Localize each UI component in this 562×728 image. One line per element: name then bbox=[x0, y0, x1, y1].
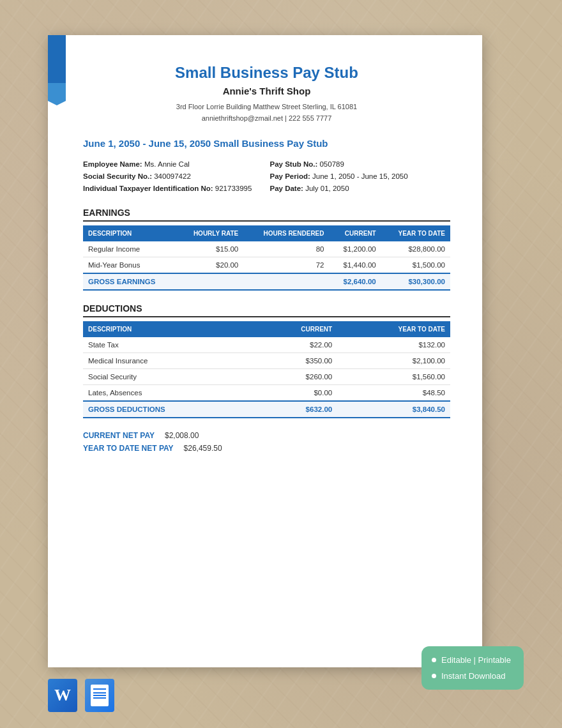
document-content: Small Business Pay Stub Annie's Thrift S… bbox=[48, 35, 482, 472]
ssn-field: Social Security No.: 340097422 bbox=[83, 172, 264, 180]
badge-item-1-label: Editable | Printable bbox=[441, 655, 511, 665]
ded-col-ytd: YEAR TO DATE bbox=[337, 321, 450, 337]
current-net-pay-value: $2,008.00 bbox=[165, 431, 199, 440]
pay-date-field: Pay Date: July 01, 2050 bbox=[270, 185, 451, 192]
row1-current: $1,200.00 bbox=[330, 241, 381, 257]
company-name: Annie's Thrift Shop bbox=[83, 86, 450, 96]
docs-icon-inner bbox=[91, 685, 109, 706]
document-title: Small Business Pay Stub bbox=[83, 64, 450, 82]
itin-label: Individual Taxpayer Identification No: bbox=[83, 185, 213, 192]
row1-hours: 80 bbox=[243, 241, 329, 257]
deductions-title: DEDUCTIONS bbox=[83, 303, 450, 317]
table-row: Regular Income $15.00 80 $1,200.00 $28,8… bbox=[83, 241, 450, 257]
company-contact: anniethriftshop@zmail.net | 222 555 7777 bbox=[202, 114, 332, 122]
gross-earnings-current: $2,640.00 bbox=[330, 273, 381, 290]
pay-period-label: Pay Period: bbox=[270, 172, 310, 180]
earnings-col-description: DESCRIPTION bbox=[83, 225, 177, 241]
bottom-icons bbox=[48, 679, 114, 712]
pay-date-value: July 01, 2050 bbox=[305, 185, 349, 192]
ded-row3-current: $260.00 bbox=[255, 369, 337, 385]
ded-row4-current: $0.00 bbox=[255, 385, 337, 402]
company-street: 3rd Floor Lorrie Building Matthew Street… bbox=[176, 103, 357, 110]
employee-info-grid: Employee Name: Ms. Annie Cal Pay Stub No… bbox=[83, 160, 450, 192]
employee-name-field: Employee Name: Ms. Annie Cal bbox=[83, 160, 264, 168]
ded-row1-desc: State Tax bbox=[83, 337, 255, 353]
ytd-net-pay-label: YEAR TO DATE NET PAY bbox=[83, 444, 174, 453]
badge-item-2: Instant Download bbox=[432, 671, 513, 681]
row2-ytd: $1,500.00 bbox=[381, 257, 450, 274]
earnings-col-hours: HOURS RENDERED bbox=[243, 225, 329, 241]
ded-row3-desc: Social Security bbox=[83, 369, 255, 385]
bookmark-tab bbox=[48, 35, 66, 105]
earnings-title: EARNINGS bbox=[83, 208, 450, 222]
ded-row3-ytd: $1,560.00 bbox=[337, 369, 450, 385]
row2-desc: Mid-Year Bonus bbox=[83, 257, 177, 274]
net-pay-lines: CURRENT NET PAY $2,008.00 YEAR TO DATE N… bbox=[83, 431, 222, 453]
row2-rate: $20.00 bbox=[177, 257, 243, 274]
pay-period-field: Pay Period: June 1, 2050 - June 15, 2050 bbox=[270, 172, 451, 180]
period-title: June 1, 2050 - June 15, 2050 Small Busin… bbox=[83, 138, 450, 149]
document-container: Small Business Pay Stub Annie's Thrift S… bbox=[48, 35, 482, 667]
itin-field: Individual Taxpayer Identification No: 9… bbox=[83, 185, 264, 192]
deductions-header-row: DESCRIPTION CURRENT YEAR TO DATE bbox=[83, 321, 450, 337]
gross-earnings-empty2 bbox=[243, 273, 329, 290]
bookmark-upper bbox=[48, 35, 66, 83]
docs-icon[interactable] bbox=[85, 679, 114, 712]
gross-deductions-row: GROSS DEDUCTIONS $632.00 $3,840.50 bbox=[83, 401, 450, 418]
ded-row2-ytd: $2,100.00 bbox=[337, 353, 450, 369]
ssn-label: Social Security No.: bbox=[83, 172, 152, 180]
table-row: State Tax $22.00 $132.00 bbox=[83, 337, 450, 353]
table-row: Mid-Year Bonus $20.00 72 $1,440.00 $1,50… bbox=[83, 257, 450, 274]
earnings-col-ytd: YEAR TO DATE bbox=[381, 225, 450, 241]
current-net-pay-line: CURRENT NET PAY $2,008.00 bbox=[83, 431, 222, 440]
row1-rate: $15.00 bbox=[177, 241, 243, 257]
gross-deductions-label: GROSS DEDUCTIONS bbox=[83, 401, 255, 418]
badge-item-2-label: Instant Download bbox=[441, 671, 505, 681]
stub-no-label: Pay Stub No.: bbox=[270, 160, 318, 168]
earnings-col-current: CURRENT bbox=[330, 225, 381, 241]
row1-ytd: $28,800.00 bbox=[381, 241, 450, 257]
deductions-table: DESCRIPTION CURRENT YEAR TO DATE State T… bbox=[83, 321, 450, 418]
table-row: Lates, Absences $0.00 $48.50 bbox=[83, 385, 450, 402]
row1-desc: Regular Income bbox=[83, 241, 177, 257]
ded-col-description: DESCRIPTION bbox=[83, 321, 255, 337]
ytd-net-pay-line: YEAR TO DATE NET PAY $26,459.50 bbox=[83, 444, 222, 453]
ded-row2-current: $350.00 bbox=[255, 353, 337, 369]
ded-row2-desc: Medical Insurance bbox=[83, 353, 255, 369]
row2-hours: 72 bbox=[243, 257, 329, 274]
gross-earnings-label: GROSS EARNINGS bbox=[83, 273, 177, 290]
earnings-col-hourly: HOURLY RATE bbox=[177, 225, 243, 241]
gross-earnings-row: GROSS EARNINGS $2,640.00 $30,300.00 bbox=[83, 273, 450, 290]
row2-current: $1,440.00 bbox=[330, 257, 381, 274]
ded-row1-current: $22.00 bbox=[255, 337, 337, 353]
table-row: Social Security $260.00 $1,560.00 bbox=[83, 369, 450, 385]
ded-row4-ytd: $48.50 bbox=[337, 385, 450, 402]
net-pay-section: CURRENT NET PAY $2,008.00 YEAR TO DATE N… bbox=[83, 431, 450, 453]
ded-row1-ytd: $132.00 bbox=[337, 337, 450, 353]
badge-item-1: Editable | Printable bbox=[432, 655, 513, 665]
pay-date-label: Pay Date: bbox=[270, 185, 303, 192]
gross-earnings-empty1 bbox=[177, 273, 243, 290]
bookmark-lower bbox=[48, 83, 66, 105]
stub-no-field: Pay Stub No.: 050789 bbox=[270, 160, 451, 168]
ssn-value: 340097422 bbox=[154, 172, 191, 180]
stub-no-value: 050789 bbox=[319, 160, 344, 168]
gross-earnings-ytd: $30,300.00 bbox=[381, 273, 450, 290]
itin-value: 921733995 bbox=[215, 185, 252, 192]
bullet-icon-2 bbox=[432, 674, 436, 678]
current-net-pay-label: CURRENT NET PAY bbox=[83, 431, 155, 440]
ytd-net-pay-value: $26,459.50 bbox=[184, 444, 222, 453]
gross-deductions-ytd: $3,840.50 bbox=[337, 401, 450, 418]
earnings-table: DESCRIPTION HOURLY RATE HOURS RENDERED C… bbox=[83, 225, 450, 291]
bullet-icon-1 bbox=[432, 658, 436, 662]
ded-row4-desc: Lates, Absences bbox=[83, 385, 255, 402]
earnings-section: EARNINGS DESCRIPTION HOURLY RATE HOURS R… bbox=[83, 208, 450, 291]
word-icon[interactable] bbox=[48, 679, 77, 712]
ded-col-current: CURRENT bbox=[255, 321, 337, 337]
earnings-header-row: DESCRIPTION HOURLY RATE HOURS RENDERED C… bbox=[83, 225, 450, 241]
table-row: Medical Insurance $350.00 $2,100.00 bbox=[83, 353, 450, 369]
deductions-section: DEDUCTIONS DESCRIPTION CURRENT YEAR TO D… bbox=[83, 303, 450, 418]
pay-period-value: June 1, 2050 - June 15, 2050 bbox=[312, 172, 408, 180]
company-address: 3rd Floor Lorrie Building Matthew Street… bbox=[83, 102, 450, 124]
gross-deductions-current: $632.00 bbox=[255, 401, 337, 418]
